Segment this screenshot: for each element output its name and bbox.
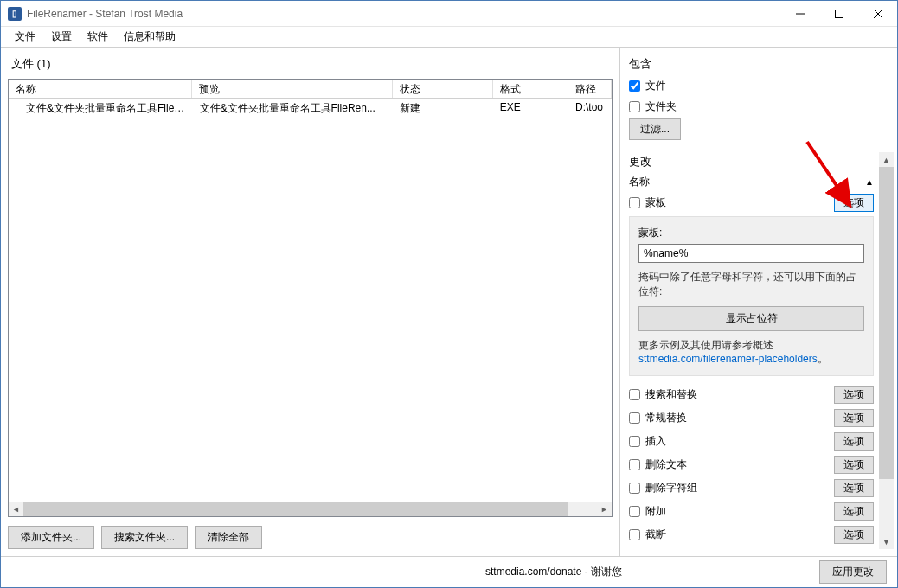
search-folder-button[interactable]: 搜索文件夹...	[101, 526, 188, 549]
change-item-checkbox[interactable]	[629, 389, 640, 400]
change-item-row: 重写选项	[629, 548, 874, 549]
mask-hint: 掩码中除了任意字母和字符，还可以用下面的占位符:	[638, 270, 864, 299]
change-item-checkbox[interactable]	[629, 529, 640, 540]
cell-format: EXE	[493, 99, 568, 116]
left-pane: 文件 (1) 名称 预览 状态 格式 路径 文件&文件夹批量重命名工具FileR…	[1, 48, 620, 556]
mask-panel: 蒙板: 掩码中除了任意字母和字符，还可以用下面的占位符: 显示占位符 更多示例及…	[629, 216, 874, 376]
app-window: ▯ FileRenamer - Stefan Trost Media 文件 设置…	[0, 0, 898, 588]
table-row[interactable]: 文件&文件夹批量重命名工具FileR... 文件&文件夹批量重命名工具FileR…	[9, 99, 612, 116]
name-label: 名称	[629, 175, 650, 189]
change-item-options-button[interactable]: 选项	[834, 409, 874, 427]
vscroll-thumb[interactable]	[879, 167, 894, 479]
scroll-left-icon[interactable]: ◄	[9, 502, 23, 517]
change-item-checkbox[interactable]	[629, 436, 640, 447]
include-folders-checkbox[interactable]	[629, 101, 640, 112]
col-header-name[interactable]: 名称	[9, 80, 192, 98]
change-item-row: 插入选项	[629, 431, 874, 451]
horizontal-scrollbar[interactable]: ◄ ►	[9, 502, 612, 516]
right-pane: 包含 文件 文件夹 过滤... 更改 名称 ▲	[620, 48, 897, 556]
close-button[interactable]	[858, 1, 897, 26]
clear-all-button[interactable]: 清除全部	[195, 526, 262, 549]
change-item-row: 截断选项	[629, 525, 874, 544]
change-item-label: 常规替换	[645, 411, 687, 425]
col-header-preview[interactable]: 预览	[192, 80, 392, 98]
change-item-checkbox[interactable]	[629, 483, 640, 494]
include-files-checkbox[interactable]	[629, 80, 640, 92]
change-item-row: 附加选项	[629, 502, 874, 521]
cell-name: 文件&文件夹批量重命名工具FileR...	[9, 99, 193, 116]
change-item-label: 删除字符组	[645, 481, 697, 495]
collapse-up-icon[interactable]: ▲	[865, 177, 874, 187]
mask-more-text: 更多示例及其使用请参考概述 sttmedia.com/filerenamer-p…	[638, 338, 864, 368]
mask-checkbox[interactable]	[629, 197, 640, 208]
maximize-button[interactable]	[819, 1, 858, 26]
change-item-label: 截断	[645, 527, 666, 542]
menu-software[interactable]: 软件	[80, 28, 115, 46]
change-item-options-button[interactable]: 选项	[834, 479, 874, 497]
change-item-options-button[interactable]: 选项	[834, 386, 874, 404]
minimize-button[interactable]	[780, 1, 819, 26]
footer: sttmedia.com/donate - 谢谢您 应用更改	[1, 556, 897, 587]
change-item-options-button[interactable]: 选项	[834, 432, 874, 451]
app-icon: ▯	[8, 7, 22, 21]
filter-button[interactable]: 过滤...	[629, 118, 681, 140]
cell-preview: 文件&文件夹批量重命名工具FileRen...	[193, 99, 393, 116]
table-header: 名称 预览 状态 格式 路径	[9, 80, 612, 99]
placeholders-link[interactable]: sttmedia.com/filerenamer-placeholders	[638, 353, 818, 365]
change-item-checkbox[interactable]	[629, 459, 640, 470]
col-header-status[interactable]: 状态	[393, 80, 493, 98]
change-item-label: 附加	[645, 504, 666, 519]
mask-label: 蒙板	[645, 195, 666, 210]
change-item-label: 插入	[645, 434, 666, 449]
show-placeholders-button[interactable]: 显示占位符	[638, 306, 864, 331]
change-item-row: 删除字符组选项	[629, 478, 874, 497]
change-item-label: 删除文本	[645, 457, 687, 472]
svg-rect-1	[835, 10, 843, 17]
change-item-options-button[interactable]: 选项	[834, 502, 874, 521]
change-item-options-button[interactable]: 选项	[834, 456, 874, 474]
change-item-row: 删除文本选项	[629, 455, 874, 474]
mask-field-label: 蒙板:	[638, 226, 864, 240]
change-item-checkbox[interactable]	[629, 506, 640, 517]
table-body[interactable]: 文件&文件夹批量重命名工具FileR... 文件&文件夹批量重命名工具FileR…	[9, 99, 612, 502]
add-folder-button[interactable]: 添加文件夹...	[8, 526, 94, 549]
donate-text: sttmedia.com/donate - 谢谢您	[288, 565, 819, 579]
cell-status: 新建	[393, 99, 493, 116]
col-header-format[interactable]: 格式	[493, 80, 568, 98]
mask-input[interactable]	[638, 244, 864, 263]
include-folders-label: 文件夹	[645, 99, 677, 114]
hscroll-thumb[interactable]	[23, 502, 568, 516]
include-title: 包含	[629, 56, 894, 72]
change-item-options-button[interactable]: 选项	[834, 526, 874, 544]
menubar: 文件 设置 软件 信息和帮助	[1, 27, 897, 48]
col-header-path[interactable]: 路径	[568, 80, 612, 98]
change-item-row: 搜索和替换选项	[629, 385, 874, 404]
change-item-checkbox[interactable]	[629, 412, 640, 424]
change-item-label: 搜索和替换	[645, 387, 697, 402]
change-title: 更改	[629, 154, 874, 169]
menu-help[interactable]: 信息和帮助	[117, 28, 183, 46]
vertical-scrollbar[interactable]: ▲ ▼	[879, 152, 894, 549]
cell-path: D:\too	[568, 99, 612, 116]
change-item-row: 常规替换选项	[629, 408, 874, 427]
titlebar[interactable]: ▯ FileRenamer - Stefan Trost Media	[1, 1, 897, 27]
apply-changes-button[interactable]: 应用更改	[819, 560, 887, 584]
menu-settings[interactable]: 设置	[44, 28, 79, 46]
file-table: 名称 预览 状态 格式 路径 文件&文件夹批量重命名工具FileR... 文件&…	[8, 79, 613, 517]
mask-options-button[interactable]: 选项	[834, 194, 874, 212]
scroll-up-icon[interactable]: ▲	[879, 152, 894, 167]
window-title: FileRenamer - Stefan Trost Media	[27, 8, 780, 20]
menu-file[interactable]: 文件	[8, 28, 42, 46]
files-section-title: 文件 (1)	[8, 54, 613, 74]
include-files-label: 文件	[645, 79, 666, 93]
scroll-right-icon[interactable]: ►	[597, 502, 612, 517]
scroll-down-icon[interactable]: ▼	[879, 534, 894, 549]
